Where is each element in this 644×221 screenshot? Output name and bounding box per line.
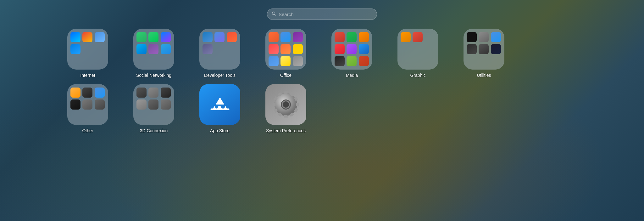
app-label-other: Other: [82, 128, 93, 133]
app-label-app-store: App Store: [210, 128, 230, 133]
app-item-system-preferences[interactable]: System Preferences: [253, 84, 319, 133]
row-2: Other3D Connexion App Store System Prefe…: [55, 84, 589, 133]
search-bar-container: [0, 0, 644, 20]
app-label-office: Office: [280, 73, 291, 78]
app-item-social-networking[interactable]: Social Networking: [121, 29, 187, 78]
app-label-3d-connexion: 3D Connexion: [140, 128, 168, 133]
search-icon: [272, 11, 276, 17]
app-item-internet[interactable]: Internet: [55, 29, 121, 78]
launchpad-grid: InternetSocial NetworkingDeveloper Tools…: [0, 20, 644, 133]
svg-line-1: [275, 14, 276, 16]
svg-marker-7: [284, 115, 288, 118]
svg-marker-4: [296, 103, 299, 107]
app-label-system-preferences: System Preferences: [266, 128, 306, 133]
app-label-media: Media: [346, 73, 358, 78]
svg-marker-10: [273, 103, 275, 107]
app-item-app-store[interactable]: App Store: [187, 84, 253, 133]
search-bar[interactable]: [267, 8, 377, 20]
row-1: InternetSocial NetworkingDeveloper Tools…: [55, 29, 589, 78]
app-item-3d-connexion[interactable]: 3D Connexion: [121, 84, 187, 133]
app-item-office[interactable]: Office: [253, 29, 319, 78]
app-label-utilities: Utilities: [477, 73, 491, 78]
search-input[interactable]: [279, 12, 372, 17]
app-item-media[interactable]: Media: [319, 29, 385, 78]
app-label-developer-tools: Developer Tools: [204, 73, 236, 78]
app-label-graphic: Graphic: [410, 73, 425, 78]
app-item-other[interactable]: Other: [55, 84, 121, 133]
app-label-internet: Internet: [80, 73, 95, 78]
app-item-utilities[interactable]: Utilities: [451, 29, 517, 78]
app-item-developer-tools[interactable]: Developer Tools: [187, 29, 253, 78]
svg-point-18: [283, 101, 289, 108]
svg-marker-13: [284, 91, 288, 94]
app-item-graphic[interactable]: Graphic: [385, 29, 451, 78]
app-label-social-networking: Social Networking: [136, 73, 171, 78]
